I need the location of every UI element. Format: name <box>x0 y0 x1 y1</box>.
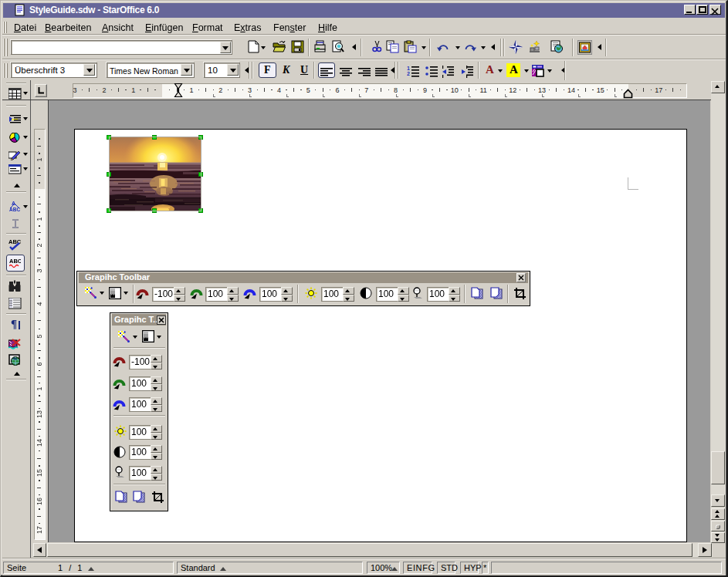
svg-text:ABC: ABC <box>9 207 20 212</box>
svg-text:1: 1 <box>407 66 410 71</box>
svg-text:ABC: ABC <box>9 258 21 265</box>
svg-text:2: 2 <box>407 71 410 76</box>
